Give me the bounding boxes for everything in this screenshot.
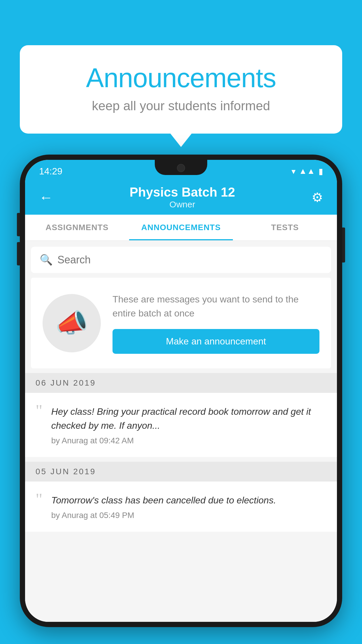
phone-outer: 14:29 ▾ ▲▲ ▮ ← Physics Batch 12 Owner ⚙ [20, 155, 342, 627]
bubble-title: Announcements [43, 63, 319, 93]
phone-notch [155, 160, 207, 175]
prompt-description: These are messages you want to send to t… [113, 292, 319, 320]
quote-icon: " [36, 402, 43, 419]
quote-icon-2: " [36, 491, 43, 508]
back-button[interactable]: ← [39, 189, 53, 205]
camera-icon [177, 164, 185, 172]
volume-down-button [17, 242, 20, 265]
search-input[interactable] [57, 254, 322, 266]
tabs-bar: ASSIGNMENTS ANNOUNCEMENTS TESTS [25, 215, 337, 241]
prompt-right: These are messages you want to send to t… [113, 292, 319, 354]
tab-tests[interactable]: TESTS [233, 215, 337, 240]
wifi-icon: ▾ [291, 167, 296, 176]
announcement-meta-1: by Anurag at 09:42 AM [51, 436, 326, 445]
header-subtitle: Owner [130, 200, 235, 209]
announcement-meta-2: by Anurag at 05:49 PM [51, 511, 326, 520]
phone-screen: 14:29 ▾ ▲▲ ▮ ← Physics Batch 12 Owner ⚙ [25, 160, 337, 622]
battery-icon: ▮ [319, 167, 323, 176]
announcement-content-1: Hey class! Bring your practical record b… [51, 405, 326, 445]
status-time: 14:29 [39, 166, 62, 177]
date-separator-2: 05 JUN 2019 [25, 462, 337, 482]
announcement-item-2[interactable]: " Tomorrow's class has been cancelled du… [25, 482, 337, 532]
gear-icon[interactable]: ⚙ [312, 190, 323, 205]
megaphone-icon: 📣 [55, 308, 88, 338]
speech-bubble-section: Announcements keep all your students inf… [20, 45, 342, 134]
signal-icon: ▲▲ [299, 167, 315, 176]
header-center: Physics Batch 12 Owner [130, 185, 235, 209]
search-icon: 🔍 [40, 254, 53, 266]
power-button [342, 228, 345, 262]
tab-assignments[interactable]: ASSIGNMENTS [25, 215, 129, 240]
speech-bubble: Announcements keep all your students inf… [20, 45, 342, 134]
content-area: 🔍 📣 These are messages you want to send … [25, 241, 337, 622]
announcement-text-1: Hey class! Bring your practical record b… [51, 405, 326, 433]
volume-up-button [17, 213, 20, 236]
phone-mockup: 14:29 ▾ ▲▲ ▮ ← Physics Batch 12 Owner ⚙ [20, 155, 342, 644]
bubble-subtitle: keep all your students informed [43, 99, 319, 113]
status-icons: ▾ ▲▲ ▮ [291, 167, 323, 176]
app-header: ← Physics Batch 12 Owner ⚙ [25, 180, 337, 215]
announcement-item-1[interactable]: " Hey class! Bring your practical record… [25, 393, 337, 457]
header-title: Physics Batch 12 [130, 185, 235, 200]
megaphone-circle: 📣 [43, 294, 101, 352]
make-announcement-button[interactable]: Make an announcement [113, 329, 319, 354]
announcement-text-2: Tomorrow's class has been cancelled due … [51, 493, 326, 507]
date-separator-1: 06 JUN 2019 [25, 373, 337, 393]
announcement-prompt: 📣 These are messages you want to send to… [31, 278, 331, 368]
tab-announcements[interactable]: ANNOUNCEMENTS [129, 215, 233, 240]
announcement-content-2: Tomorrow's class has been cancelled due … [51, 493, 326, 520]
search-bar: 🔍 [31, 247, 331, 273]
